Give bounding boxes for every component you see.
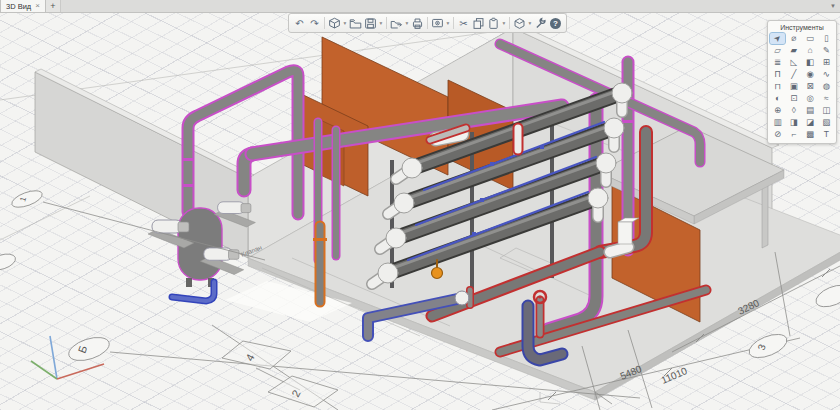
- tools-grid: ➤⌀▭▯▱▰⌂✎≣◺◧⊞Π╱◉∿⊓▣⊠◍◐⊡◎≈⊕◊▤◫▥◨◪▧⊘⌐▩T: [770, 33, 834, 140]
- undo-button[interactable]: ↶: [292, 16, 307, 31]
- toolbar-separator: [386, 17, 387, 29]
- measure-tool[interactable]: ⌀: [786, 33, 801, 44]
- beam-tool[interactable]: ✎: [819, 45, 834, 56]
- tool-palette: Инструменты ➤⌀▭▯▱▰⌂✎≣◺◧⊞Π╱◉∿⊓▣⊠◍◐⊡◎≈⊕◊▤◫…: [767, 20, 837, 144]
- plumbing-fixture-tool[interactable]: ◉: [803, 69, 818, 80]
- toolbar-separator: [509, 17, 510, 29]
- redo-button[interactable]: ↷: [307, 16, 322, 31]
- panel-tool[interactable]: ▣: [786, 81, 801, 92]
- save-button[interactable]: [363, 16, 378, 31]
- cut-button[interactable]: ✂: [456, 16, 471, 31]
- wrench-icon: [534, 17, 547, 30]
- y-axis: [57, 364, 104, 379]
- grid-bubble-partial-left: [0, 251, 17, 273]
- pipe-tool[interactable]: ⊕: [770, 105, 785, 116]
- view-tool[interactable]: ◪: [803, 117, 818, 128]
- project-cube-icon: [328, 17, 341, 30]
- visual-style-button[interactable]: [430, 16, 445, 31]
- toolbar-separator: [427, 17, 428, 29]
- level-tool[interactable]: ◐: [770, 93, 785, 104]
- tab-overflow-icon[interactable]: ▼: [826, 0, 840, 12]
- wall-tool[interactable]: ▭: [803, 33, 818, 44]
- stair-tool[interactable]: ≣: [770, 57, 785, 68]
- printer-icon: [411, 17, 424, 30]
- floppy-icon: [364, 17, 377, 30]
- elevation-tool[interactable]: ▥: [770, 117, 785, 128]
- section-tool[interactable]: ◫: [819, 105, 834, 116]
- hatch-tool[interactable]: ≈: [819, 93, 834, 104]
- section-marker-2[interactable]: 2: [268, 376, 338, 407]
- redo-icon: ↷: [310, 18, 318, 29]
- project-menu-button[interactable]: [327, 16, 342, 31]
- ramp-tool[interactable]: ◺: [786, 57, 801, 68]
- camera-tool[interactable]: ◨: [786, 117, 801, 128]
- model-box-icon: [513, 17, 526, 30]
- model-tools-button[interactable]: [512, 16, 527, 31]
- grid-tool[interactable]: ⊡: [786, 93, 801, 104]
- undo-icon: ↶: [295, 18, 303, 29]
- tab-3d-view[interactable]: 3D Вид ×: [0, 0, 46, 12]
- line-tool[interactable]: ╱: [786, 69, 801, 80]
- settings-button[interactable]: [533, 16, 548, 31]
- folder-icon: [349, 17, 362, 30]
- mesh-tool[interactable]: ▧: [819, 117, 834, 128]
- tab-bar: 3D Вид × + ▼: [0, 0, 840, 13]
- roof-tool[interactable]: ⌂: [803, 45, 818, 56]
- visual-style-caret[interactable]: ▾: [445, 20, 451, 26]
- main-toolbar: ↶ ↷ ▾ ▾ ▾ ▾ ✂ ▾ ▾ ?: [288, 13, 567, 33]
- dimension-tool[interactable]: ◎: [803, 93, 818, 104]
- section-marker-4[interactable]: 4: [222, 341, 291, 369]
- help-icon: ?: [550, 18, 561, 29]
- application-window: { "tab_bar": { "active_tab": "3D Вид", "…: [0, 0, 840, 410]
- room-tool[interactable]: ◍: [819, 81, 834, 92]
- palette-title: Инструменты: [770, 24, 834, 31]
- grid-bubble-b[interactable]: Б: [66, 333, 112, 365]
- group-tool[interactable]: ▩: [803, 129, 818, 140]
- equipment-tool[interactable]: ⊓: [770, 81, 785, 92]
- scissors-icon: ✂: [459, 18, 467, 29]
- view-icon: [431, 17, 444, 30]
- duct-fitting-tool[interactable]: ▤: [803, 105, 818, 116]
- window-tool[interactable]: ⊞: [819, 57, 834, 68]
- scene-canvas[interactable]: Клапан: [0, 0, 840, 410]
- dim-text-11010: 11010: [659, 365, 689, 386]
- export-icon: [390, 17, 403, 30]
- door-tool[interactable]: ◧: [803, 57, 818, 68]
- toolbar-separator: [324, 17, 325, 29]
- paste-button[interactable]: [486, 16, 501, 31]
- copy-button[interactable]: [471, 16, 486, 31]
- x-axis: [31, 361, 57, 379]
- pipe-fitting-tool[interactable]: ◊: [786, 105, 801, 116]
- isolate-tool[interactable]: ⊘: [770, 129, 785, 140]
- z-axis: [50, 336, 57, 379]
- slab-tool[interactable]: ▰: [786, 45, 801, 56]
- railing-tool[interactable]: Π: [770, 69, 785, 80]
- new-tab-button[interactable]: +: [46, 0, 61, 12]
- floor-tool[interactable]: ▱: [770, 45, 785, 56]
- toolbar-separator: [453, 17, 454, 29]
- help-button[interactable]: ?: [548, 16, 563, 31]
- route-tool[interactable]: ⌐: [786, 129, 801, 140]
- duct-tool[interactable]: ∿: [819, 69, 834, 80]
- tab-label: 3D Вид: [6, 2, 31, 11]
- paste-icon: [487, 17, 500, 30]
- copy-icon: [472, 17, 485, 30]
- open-button[interactable]: [348, 16, 363, 31]
- select-tool[interactable]: ➤: [770, 33, 785, 44]
- paste-caret[interactable]: ▾: [501, 20, 507, 26]
- grid-bubble-1[interactable]: 1: [10, 187, 45, 210]
- opening-tool[interactable]: ⊠: [803, 81, 818, 92]
- grid-bubble-3[interactable]: 3: [746, 330, 790, 363]
- column-tool[interactable]: ▯: [819, 33, 834, 44]
- text-tool[interactable]: T: [819, 129, 834, 140]
- tab-close-icon[interactable]: ×: [35, 2, 40, 10]
- grid-bubble-partial-right: [813, 281, 840, 311]
- print-button[interactable]: [410, 16, 425, 31]
- save-caret[interactable]: ▾: [378, 20, 384, 26]
- export-button[interactable]: [389, 16, 404, 31]
